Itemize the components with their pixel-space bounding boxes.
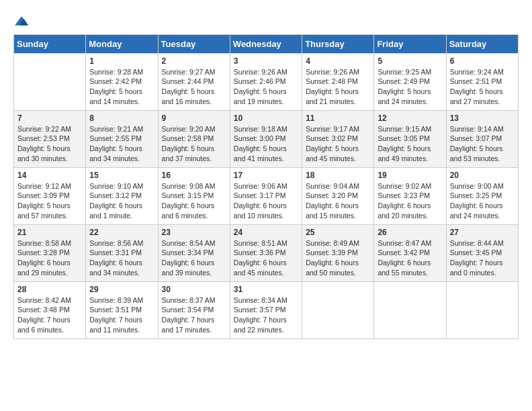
calendar-cell: 17Sunrise: 9:06 AM Sunset: 3:17 PM Dayli… [230, 167, 302, 224]
calendar-cell: 8Sunrise: 9:21 AM Sunset: 2:55 PM Daylig… [86, 110, 158, 167]
day-number: 5 [378, 56, 442, 66]
cell-text: Sunrise: 9:15 AM Sunset: 3:05 PM Dayligh… [378, 124, 442, 164]
calendar-cell: 15Sunrise: 9:10 AM Sunset: 3:12 PM Dayli… [86, 167, 158, 224]
calendar-cell: 9Sunrise: 9:20 AM Sunset: 2:58 PM Daylig… [158, 110, 230, 167]
calendar-cell: 29Sunrise: 8:39 AM Sunset: 3:51 PM Dayli… [86, 281, 158, 338]
day-header-wednesday: Wednesday [230, 34, 302, 53]
calendar-week-row: 21Sunrise: 8:58 AM Sunset: 3:28 PM Dayli… [14, 224, 519, 281]
logo [13, 13, 28, 28]
day-number: 12 [378, 113, 442, 123]
calendar-cell: 22Sunrise: 8:56 AM Sunset: 3:31 PM Dayli… [86, 224, 158, 281]
cell-text: Sunrise: 9:25 AM Sunset: 2:49 PM Dayligh… [378, 67, 442, 107]
cell-text: Sunrise: 9:26 AM Sunset: 2:48 PM Dayligh… [306, 67, 370, 107]
day-number: 23 [162, 228, 226, 237]
cell-text: Sunrise: 8:51 AM Sunset: 3:36 PM Dayligh… [234, 238, 298, 278]
cell-text: Sunrise: 8:42 AM Sunset: 3:48 PM Dayligh… [17, 295, 82, 335]
cell-text: Sunrise: 9:26 AM Sunset: 2:46 PM Dayligh… [234, 67, 298, 107]
day-number: 22 [89, 228, 154, 237]
calendar-cell: 26Sunrise: 8:47 AM Sunset: 3:42 PM Dayli… [374, 224, 446, 281]
cell-text: Sunrise: 8:34 AM Sunset: 3:57 PM Dayligh… [234, 295, 298, 335]
cell-text: Sunrise: 8:49 AM Sunset: 3:39 PM Dayligh… [306, 238, 370, 278]
calendar-cell: 5Sunrise: 9:25 AM Sunset: 2:49 PM Daylig… [374, 53, 446, 110]
calendar-cell: 14Sunrise: 9:12 AM Sunset: 3:09 PM Dayli… [14, 167, 86, 224]
day-number: 19 [378, 171, 442, 180]
calendar-cell: 25Sunrise: 8:49 AM Sunset: 3:39 PM Dayli… [302, 224, 374, 281]
cell-text: Sunrise: 8:37 AM Sunset: 3:54 PM Dayligh… [162, 295, 226, 335]
calendar-cell: 2Sunrise: 9:27 AM Sunset: 2:44 PM Daylig… [158, 53, 230, 110]
calendar-cell: 6Sunrise: 9:24 AM Sunset: 2:51 PM Daylig… [446, 53, 518, 110]
calendar-week-row: 1Sunrise: 9:28 AM Sunset: 2:42 PM Daylig… [14, 53, 519, 110]
cell-text: Sunrise: 9:24 AM Sunset: 2:51 PM Dayligh… [450, 67, 515, 107]
day-number: 31 [234, 285, 298, 294]
day-header-tuesday: Tuesday [158, 34, 230, 53]
calendar-week-row: 14Sunrise: 9:12 AM Sunset: 3:09 PM Dayli… [14, 167, 519, 224]
calendar-cell: 4Sunrise: 9:26 AM Sunset: 2:48 PM Daylig… [302, 53, 374, 110]
cell-text: Sunrise: 9:18 AM Sunset: 3:00 PM Dayligh… [234, 124, 298, 164]
day-number: 6 [450, 56, 515, 66]
cell-text: Sunrise: 8:54 AM Sunset: 3:34 PM Dayligh… [162, 238, 226, 278]
calendar-cell [302, 281, 374, 338]
cell-text: Sunrise: 8:47 AM Sunset: 3:42 PM Dayligh… [378, 238, 442, 278]
day-number: 1 [89, 56, 154, 66]
day-number: 3 [234, 56, 298, 66]
day-number: 11 [306, 113, 370, 123]
cell-text: Sunrise: 8:39 AM Sunset: 3:51 PM Dayligh… [89, 295, 154, 335]
cell-text: Sunrise: 9:02 AM Sunset: 3:23 PM Dayligh… [378, 181, 442, 221]
calendar-cell: 18Sunrise: 9:04 AM Sunset: 3:20 PM Dayli… [302, 167, 374, 224]
cell-text: Sunrise: 9:00 AM Sunset: 3:25 PM Dayligh… [450, 181, 515, 221]
day-number: 7 [17, 113, 82, 123]
cell-text: Sunrise: 8:44 AM Sunset: 3:45 PM Dayligh… [450, 238, 515, 278]
day-header-saturday: Saturday [446, 34, 518, 53]
day-header-monday: Monday [86, 34, 158, 53]
day-number: 27 [450, 228, 515, 237]
day-number: 17 [234, 171, 298, 180]
calendar-cell: 16Sunrise: 9:08 AM Sunset: 3:15 PM Dayli… [158, 167, 230, 224]
cell-text: Sunrise: 9:10 AM Sunset: 3:12 PM Dayligh… [89, 181, 154, 221]
calendar-cell [374, 281, 446, 338]
day-number: 9 [162, 113, 226, 123]
calendar-cell: 27Sunrise: 8:44 AM Sunset: 3:45 PM Dayli… [446, 224, 518, 281]
calendar-table: SundayMondayTuesdayWednesdayThursdayFrid… [13, 34, 519, 339]
calendar-cell [446, 281, 518, 338]
cell-text: Sunrise: 9:17 AM Sunset: 3:02 PM Dayligh… [306, 124, 370, 164]
day-number: 10 [234, 113, 298, 123]
cell-text: Sunrise: 9:14 AM Sunset: 3:07 PM Dayligh… [450, 124, 515, 164]
calendar-cell: 30Sunrise: 8:37 AM Sunset: 3:54 PM Dayli… [158, 281, 230, 338]
cell-text: Sunrise: 9:06 AM Sunset: 3:17 PM Dayligh… [234, 181, 298, 221]
day-number: 8 [89, 113, 154, 123]
calendar-cell: 1Sunrise: 9:28 AM Sunset: 2:42 PM Daylig… [86, 53, 158, 110]
calendar-cell: 23Sunrise: 8:54 AM Sunset: 3:34 PM Dayli… [158, 224, 230, 281]
calendar-cell: 20Sunrise: 9:00 AM Sunset: 3:25 PM Dayli… [446, 167, 518, 224]
cell-text: Sunrise: 9:20 AM Sunset: 2:58 PM Dayligh… [162, 124, 226, 164]
day-number: 21 [17, 228, 82, 237]
day-header-sunday: Sunday [14, 34, 86, 53]
calendar-cell: 12Sunrise: 9:15 AM Sunset: 3:05 PM Dayli… [374, 110, 446, 167]
calendar-cell: 21Sunrise: 8:58 AM Sunset: 3:28 PM Dayli… [14, 224, 86, 281]
cell-text: Sunrise: 9:04 AM Sunset: 3:20 PM Dayligh… [306, 181, 370, 221]
day-number: 30 [162, 285, 226, 294]
calendar-cell: 3Sunrise: 9:26 AM Sunset: 2:46 PM Daylig… [230, 53, 302, 110]
calendar-header-row: SundayMondayTuesdayWednesdayThursdayFrid… [14, 34, 519, 53]
day-number: 18 [306, 171, 370, 180]
cell-text: Sunrise: 9:21 AM Sunset: 2:55 PM Dayligh… [89, 124, 154, 164]
day-number: 2 [162, 56, 226, 66]
cell-text: Sunrise: 9:28 AM Sunset: 2:42 PM Dayligh… [89, 67, 154, 107]
day-number: 4 [306, 56, 370, 66]
calendar-cell: 31Sunrise: 8:34 AM Sunset: 3:57 PM Dayli… [230, 281, 302, 338]
day-header-friday: Friday [374, 34, 446, 53]
page-header [13, 13, 519, 28]
calendar-week-row: 28Sunrise: 8:42 AM Sunset: 3:48 PM Dayli… [14, 281, 519, 338]
cell-text: Sunrise: 9:08 AM Sunset: 3:15 PM Dayligh… [162, 181, 226, 221]
calendar-cell: 11Sunrise: 9:17 AM Sunset: 3:02 PM Dayli… [302, 110, 374, 167]
calendar-cell: 7Sunrise: 9:22 AM Sunset: 2:53 PM Daylig… [14, 110, 86, 167]
day-number: 20 [450, 171, 515, 180]
calendar-cell [14, 53, 86, 110]
day-number: 13 [450, 113, 515, 123]
cell-text: Sunrise: 8:58 AM Sunset: 3:28 PM Dayligh… [17, 238, 82, 278]
day-number: 29 [89, 285, 154, 294]
day-number: 26 [378, 228, 442, 237]
day-header-thursday: Thursday [302, 34, 374, 53]
cell-text: Sunrise: 8:56 AM Sunset: 3:31 PM Dayligh… [89, 238, 154, 278]
calendar-cell: 13Sunrise: 9:14 AM Sunset: 3:07 PM Dayli… [446, 110, 518, 167]
cell-text: Sunrise: 9:27 AM Sunset: 2:44 PM Dayligh… [162, 67, 226, 107]
